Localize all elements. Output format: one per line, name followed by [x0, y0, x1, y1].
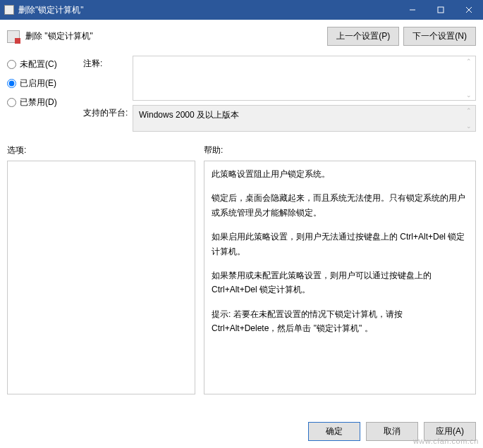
- maximize-button[interactable]: [427, 0, 455, 20]
- comment-label: 注释:: [83, 56, 130, 70]
- supported-on-label: 支持的平台:: [83, 105, 130, 119]
- radio-not-configured-label[interactable]: 未配置(C): [20, 58, 57, 70]
- ok-button[interactable]: 确定: [308, 422, 360, 441]
- supported-on-text: Windows 2000 及以上版本: [139, 110, 239, 120]
- scroll-arrow-icon: ⌃⌄: [464, 58, 474, 99]
- help-text: 锁定后，桌面会隐藏起来，而且系统无法使用。只有锁定系统的用户或系统管理员才能解除…: [212, 191, 468, 220]
- comment-textarea[interactable]: ⌃⌄: [133, 56, 476, 101]
- policy-name: 删除 "锁定计算机": [25, 30, 93, 42]
- radio-enabled-label[interactable]: 已启用(E): [20, 77, 56, 89]
- options-label: 选项:: [7, 144, 195, 156]
- minimize-button[interactable]: [398, 0, 427, 20]
- options-panel: [7, 161, 195, 394]
- titlebar: 删除"锁定计算机": [0, 0, 483, 20]
- scroll-arrow-icon: ⌃⌄: [464, 107, 474, 130]
- cancel-button[interactable]: 取消: [366, 422, 418, 441]
- help-text: 提示: 若要在未配置设置的情况下锁定计算机，请按 Ctrl+Alt+Delete…: [212, 307, 468, 336]
- help-text: 此策略设置阻止用户锁定系统。: [212, 167, 468, 181]
- help-label: 帮助:: [204, 144, 476, 156]
- radio-enabled[interactable]: [7, 79, 16, 88]
- previous-setting-button[interactable]: 上一个设置(P): [327, 27, 399, 46]
- next-setting-button[interactable]: 下一个设置(N): [403, 27, 476, 46]
- policy-icon: [7, 30, 20, 43]
- close-button[interactable]: [455, 0, 483, 20]
- svg-rect-1: [438, 7, 444, 13]
- radio-not-configured[interactable]: [7, 60, 16, 69]
- help-text: 如果禁用或未配置此策略设置，则用户可以通过按键盘上的 Ctrl+Alt+Del …: [212, 268, 468, 297]
- radio-disabled[interactable]: [7, 98, 16, 107]
- help-text: 如果启用此策略设置，则用户无法通过按键盘上的 Ctrl+Alt+Del 锁定计算…: [212, 230, 468, 259]
- supported-on-value: Windows 2000 及以上版本 ⌃⌄: [133, 105, 476, 132]
- apply-button[interactable]: 应用(A): [424, 422, 476, 441]
- window-title: 删除"锁定计算机": [18, 4, 84, 16]
- help-panel[interactable]: 此策略设置阻止用户锁定系统。 锁定后，桌面会隐藏起来，而且系统无法使用。只有锁定…: [204, 161, 476, 394]
- app-icon: [4, 5, 14, 15]
- radio-disabled-label[interactable]: 已禁用(D): [20, 97, 57, 108]
